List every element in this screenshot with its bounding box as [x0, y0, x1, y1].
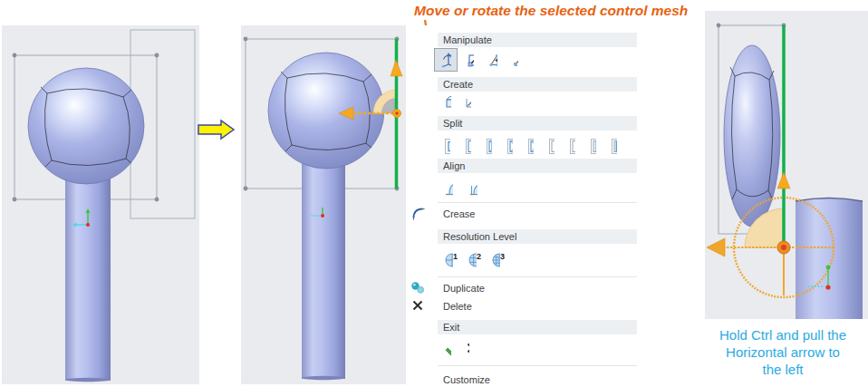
split-2-lines-button[interactable]: [563, 137, 582, 156]
confirm-button[interactable]: [438, 339, 458, 357]
next-step-arrow-icon: [197, 119, 236, 140]
divider: [438, 365, 637, 366]
move-rotate-tool-button[interactable]: [434, 48, 458, 72]
move-along-axis-icon: [511, 52, 518, 68]
split-3-lines-button[interactable]: [583, 137, 603, 156]
annotation-line-2: Horizontal arrow to: [696, 343, 868, 361]
resolution-sphere-2-icon: [468, 249, 477, 269]
crease-command[interactable]: Crease: [408, 205, 637, 221]
tutorial-canvas: Move or rotate the selected control mesh: [0, 0, 868, 387]
align-dome-button[interactable]: [438, 180, 459, 197]
up-arrow-handle[interactable]: [777, 172, 790, 189]
section-header-exit: Exit: [438, 320, 637, 334]
section-header-split: Split: [438, 116, 637, 131]
create-box-tool-button[interactable]: [438, 92, 458, 111]
section-header-align: Align: [438, 159, 637, 173]
split-face-icon: [444, 137, 450, 156]
split-inset-small-icon: [527, 137, 534, 156]
split-inset-medium-icon: [506, 137, 513, 156]
align-dome-walls-icon: [468, 180, 477, 197]
resolution-sphere-3-icon: [491, 249, 500, 269]
delete-x-icon: [411, 299, 424, 312]
delete-command[interactable]: Delete: [408, 297, 637, 314]
scale-box-tool-button[interactable]: [460, 50, 480, 70]
resolution-level-2-number: 2: [477, 250, 481, 263]
split-1-line-icon: [548, 137, 555, 156]
move-along-axis-tool-button[interactable]: [505, 50, 525, 70]
section-header-resolution: Resolution Level: [438, 229, 637, 244]
confirm-check-icon: [444, 340, 451, 356]
split-face-button[interactable]: [438, 137, 457, 156]
horizontal-arrow-handle[interactable]: [707, 238, 725, 256]
scale-triangle-tool-button[interactable]: [482, 50, 504, 70]
resolution-level-1-number: 1: [453, 250, 458, 263]
resolution-level-3-button[interactable]: 3: [485, 249, 506, 269]
context-toolbar: Manipulate: [408, 25, 641, 387]
divider: [438, 276, 637, 277]
duplicate-icon: [410, 280, 426, 295]
viewport-result: [705, 11, 868, 319]
split-4-lines-icon: [611, 137, 617, 156]
duplicate-command[interactable]: Duplicate: [408, 279, 637, 295]
split-2-lines-icon: [569, 137, 575, 156]
split-inset-icon: [465, 137, 471, 156]
resolution-level-1-button[interactable]: 1: [438, 249, 459, 269]
cancel-button[interactable]: [459, 341, 476, 355]
move-handle-origin[interactable]: [393, 110, 401, 118]
ball-and-stem-solid[interactable]: [268, 53, 384, 380]
split-1-line-button[interactable]: [542, 137, 561, 156]
split-inset-small-button[interactable]: [521, 137, 540, 156]
crease-icon: [411, 206, 426, 220]
create-plane-icon: [464, 93, 471, 110]
viewport-before: [2, 25, 199, 384]
duplicate-label: Duplicate: [443, 282, 485, 295]
up-arrow-handle[interactable]: [391, 60, 402, 76]
annotation-move-rotate-note: Move or rotate the selected control mesh: [414, 3, 688, 19]
section-header-manipulate: Manipulate: [438, 33, 637, 47]
move-rotate-icon: [440, 52, 451, 68]
split-4-lines-button[interactable]: [604, 137, 623, 156]
scale-box-icon: [467, 52, 474, 68]
split-inset-large-icon: [486, 137, 492, 156]
align-dome-walls-button[interactable]: [462, 180, 484, 197]
scale-triangle-icon: [488, 52, 497, 68]
annotation-line-3: the left: [696, 361, 868, 378]
annotation-line-1: Hold Ctrl and pull the: [696, 326, 868, 343]
resolution-level-2-button[interactable]: 2: [461, 249, 483, 269]
cancel-x-icon: [466, 342, 469, 354]
align-dome-icon: [444, 180, 453, 197]
divider: [438, 202, 637, 203]
viewport-manipulator: [241, 25, 406, 384]
customize-link[interactable]: Customize: [443, 373, 490, 386]
split-inset-large-button[interactable]: [479, 137, 498, 156]
split-inset-button[interactable]: [458, 137, 477, 156]
crease-label: Crease: [443, 208, 475, 220]
cylinder-solid[interactable]: [796, 198, 863, 320]
create-plane-tool-button[interactable]: [458, 92, 477, 111]
section-header-create: Create: [438, 77, 637, 92]
resolution-level-3-number: 3: [500, 250, 505, 263]
delete-label: Delete: [443, 300, 472, 313]
resolution-sphere-1-icon: [444, 249, 453, 269]
annotation-hold-ctrl-note: Hold Ctrl and pull the Horizontal arrow …: [696, 326, 868, 378]
move-handle-origin[interactable]: [777, 241, 790, 254]
create-box-icon: [444, 93, 451, 110]
split-inset-medium-button[interactable]: [500, 137, 519, 156]
split-3-lines-icon: [590, 137, 596, 156]
